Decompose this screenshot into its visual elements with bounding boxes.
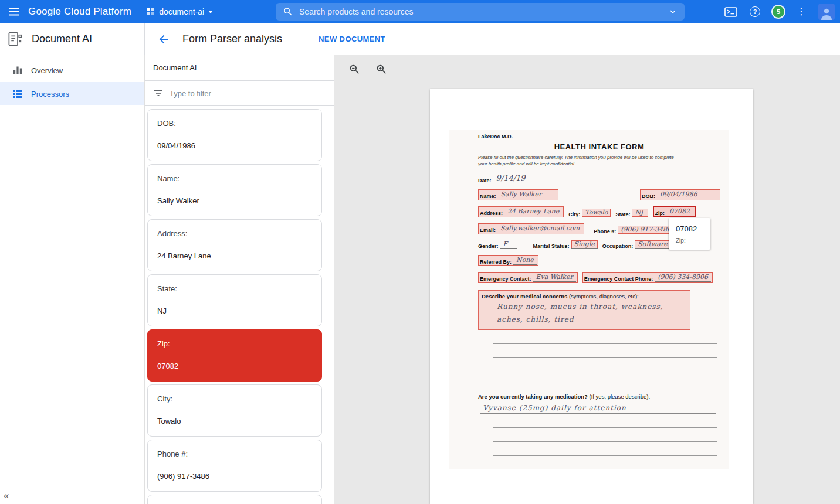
help-icon[interactable]: ? xyxy=(750,6,760,17)
project-icon xyxy=(147,8,155,16)
page-header: Document AI Form Parser analysis NEW DOC… xyxy=(0,23,840,55)
field-label: Zip: xyxy=(157,339,312,348)
medical-concerns-question: Describe your medical concerns (symptoms… xyxy=(482,293,687,299)
field-label: Phone #: xyxy=(157,449,312,458)
collapse-nav-icon[interactable]: « xyxy=(4,490,9,502)
filter-input[interactable] xyxy=(170,89,299,98)
scanned-form: FakeDoc M.D. HEALTH INTAKE FORM Please f… xyxy=(449,130,729,469)
blank-line xyxy=(493,428,717,442)
zip-bounding-box-selected[interactable]: Zip: 07082 xyxy=(653,206,696,217)
fields-panel: Document AI DOB: 09/04/1986 Name: Sally … xyxy=(145,55,334,504)
zoom-out-button[interactable] xyxy=(347,62,361,76)
city-bounding-box[interactable]: Towalo xyxy=(582,209,611,217)
search-icon xyxy=(283,6,293,17)
project-name: document-ai xyxy=(159,7,204,16)
medical-concerns-handwriting-2: aches, chills, tired xyxy=(494,312,687,325)
field-label: Name: xyxy=(157,174,312,183)
content-area: Overview Processors « Document AI DOB: 0… xyxy=(0,55,840,504)
medical-concerns-bounding-box[interactable]: Describe your medical concerns (symptoms… xyxy=(478,290,690,330)
email-bounding-box[interactable]: Email: Sally.walker@cmail.com xyxy=(478,223,584,234)
zoom-in-icon xyxy=(375,63,388,76)
project-selector[interactable]: document-ai xyxy=(147,7,213,16)
field-card-address[interactable]: Address: 24 Barney Lane xyxy=(147,219,322,271)
referred-handwriting: None xyxy=(513,256,537,265)
filter-icon xyxy=(153,88,164,98)
blank-line xyxy=(493,358,717,372)
gcp-brand-logo[interactable]: Google Cloud Platform xyxy=(28,6,131,18)
field-label: State: xyxy=(157,284,312,293)
field-value: 24 Barney Lane xyxy=(157,251,312,260)
filter-row xyxy=(145,81,334,106)
chevron-down-icon xyxy=(208,11,213,13)
address-handwriting: 24 Barney Lane xyxy=(504,207,562,216)
page-title: Form Parser analysis xyxy=(182,33,282,45)
field-card-dob[interactable]: DOB: 09/04/1986 xyxy=(147,109,322,161)
tooltip-value: 07082 xyxy=(676,224,703,233)
marital-bounding-box[interactable]: Single xyxy=(571,240,598,249)
notifications-badge[interactable]: 5 xyxy=(773,6,784,18)
gender-handwriting: F xyxy=(500,240,517,249)
zip-handwriting: 07082 xyxy=(666,207,695,216)
medication-question: Are you currently taking any medication?… xyxy=(478,393,720,400)
address-bounding-box[interactable]: Address: 24 Barney Lane xyxy=(478,206,564,217)
field-value: 09/04/1986 xyxy=(157,141,312,150)
field-card-state[interactable]: State: NJ xyxy=(147,274,322,326)
form-clinic-name: FakeDoc M.D. xyxy=(478,134,720,139)
hamburger-menu-icon[interactable] xyxy=(0,0,28,23)
zoom-in-button[interactable] xyxy=(374,62,388,76)
blank-line xyxy=(493,442,717,456)
page-header-main: Form Parser analysis NEW DOCUMENT xyxy=(145,23,840,55)
field-card-name[interactable]: Name: Sally Walker xyxy=(147,164,322,216)
sidebar-item-label: Overview xyxy=(31,66,63,75)
occupation-bounding-box[interactable]: Software xyxy=(635,240,670,249)
form-instructions: Please fill out the questionnaire carefu… xyxy=(478,154,720,167)
form-row-address: Address: 24 Barney Lane City: Towalo Sta… xyxy=(478,206,720,217)
more-options-icon[interactable]: ⋮ xyxy=(797,7,806,16)
name-handwriting: Sally Walker xyxy=(498,190,557,199)
notifications-count: 5 xyxy=(777,8,780,15)
field-value: (906) 917-3486 xyxy=(157,472,312,481)
sidebar-item-overview[interactable]: Overview xyxy=(0,59,144,82)
field-value: Towalo xyxy=(157,417,312,425)
name-bounding-box[interactable]: Name: Sally Walker xyxy=(478,189,558,200)
search-chevron-down-icon[interactable] xyxy=(668,7,678,16)
avatar[interactable] xyxy=(818,4,835,20)
document-page: FakeDoc M.D. HEALTH INTAKE FORM Please f… xyxy=(430,89,753,504)
overview-icon xyxy=(12,65,23,76)
field-card-partial[interactable] xyxy=(147,495,322,504)
sidebar-item-processors[interactable]: Processors xyxy=(0,82,144,105)
referred-bounding-box[interactable]: Referred By: None xyxy=(478,255,538,266)
email-handwriting: Sally.walker@cmail.com xyxy=(497,224,582,233)
blank-line xyxy=(493,344,717,358)
search-input[interactable] xyxy=(299,7,668,16)
new-document-button[interactable]: NEW DOCUMENT xyxy=(319,35,385,43)
field-label: Address: xyxy=(157,229,312,238)
state-bounding-box[interactable]: NJ xyxy=(632,209,648,217)
form-row-name-dob: Name: Sally Walker DOB: 09/04/1986 xyxy=(478,189,720,200)
medical-concerns-handwriting-1: Runny nose, mucus in throat, weakness, xyxy=(494,299,687,312)
emergency-phone-bounding-box[interactable]: Emergency Contact Phone: (906) 334-8906 xyxy=(582,272,713,283)
dob-bounding-box[interactable]: DOB: 09/04/1986 xyxy=(640,189,720,200)
global-search[interactable] xyxy=(276,3,685,21)
left-nav: Overview Processors « xyxy=(0,55,145,504)
form-row-referred: Referred By: None xyxy=(478,255,720,266)
zoom-out-icon xyxy=(348,63,361,76)
dob-handwriting: 09/04/1986 xyxy=(657,190,719,199)
cloud-shell-icon[interactable] xyxy=(724,7,737,17)
form-title: HEALTH INTAKE FORM xyxy=(478,142,720,151)
sidebar-item-label: Processors xyxy=(31,90,69,98)
field-tooltip: 07082 Zip: xyxy=(669,218,710,250)
blank-line xyxy=(493,330,717,344)
back-button[interactable] xyxy=(155,31,172,47)
phone-bounding-box[interactable]: (906) 917-3486 xyxy=(618,226,674,234)
field-card-zip[interactable]: Zip: 07082 xyxy=(147,329,322,382)
field-value: 07082 xyxy=(157,362,312,370)
panel-title: Document AI xyxy=(145,55,334,81)
blank-line xyxy=(493,372,717,386)
field-value: Sally Walker xyxy=(157,196,312,205)
field-card-phone[interactable]: Phone #: (906) 917-3486 xyxy=(147,440,322,492)
arrow-back-icon xyxy=(157,33,170,46)
field-card-city[interactable]: City: Towalo xyxy=(147,384,322,437)
processors-icon xyxy=(12,88,23,99)
emergency-contact-bounding-box[interactable]: Emergency Contact: Eva Walker xyxy=(478,272,578,283)
